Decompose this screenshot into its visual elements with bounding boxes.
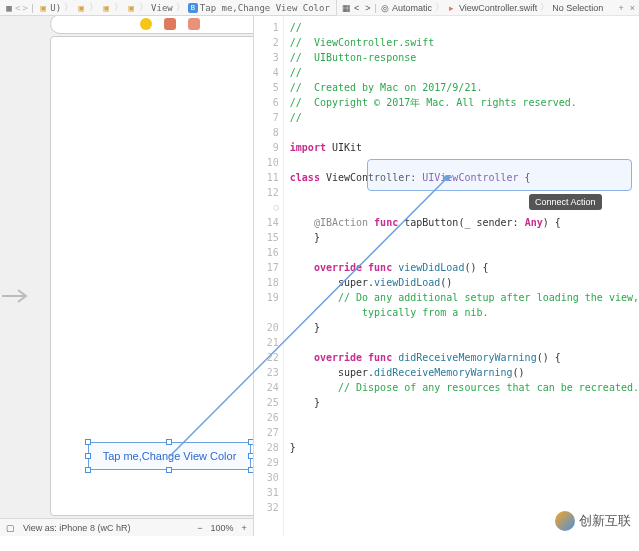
folder-icon: ▣ xyxy=(38,3,48,13)
connect-action-tooltip: Connect Action xyxy=(529,194,602,210)
chevron-right-icon[interactable]: > xyxy=(21,3,28,13)
resize-handle[interactable] xyxy=(166,467,172,473)
bc-selection[interactable]: No Selection xyxy=(550,3,605,13)
resize-handle[interactable] xyxy=(248,467,253,473)
right-breadcrumb: ▦ < > | ◎Automatic 〉 ▸ViewController.swi… xyxy=(337,0,639,16)
grid-icon[interactable]: ▦ xyxy=(341,3,351,13)
view-as-label[interactable]: View as: iPhone 8 (wC hR) xyxy=(23,523,130,533)
code-editor-pane: 123456789101112○141516171819202122232425… xyxy=(254,16,639,536)
phone-top-bar xyxy=(50,16,253,34)
zoom-out-button[interactable]: − xyxy=(197,523,202,533)
interface-builder-pane: Tap me,Change View Color ▢ View as: iPho… xyxy=(0,16,254,536)
bc-view[interactable]: View xyxy=(149,3,175,13)
watermark-text: 创新互联 xyxy=(579,512,631,530)
swift-icon: ▸ xyxy=(447,3,457,13)
bc-folder-2[interactable]: ▣ xyxy=(74,3,88,13)
code-content[interactable]: //// ViewController.swift// UIButton-res… xyxy=(284,16,639,536)
red-square-icon xyxy=(164,18,176,30)
grid-icon[interactable]: ▦ xyxy=(4,3,14,13)
resize-handle[interactable] xyxy=(166,439,172,445)
close-button[interactable]: × xyxy=(630,3,635,13)
bc-button-item[interactable]: BTap me,Change View Color xyxy=(186,3,332,13)
bc-folder-4[interactable]: ▣ xyxy=(124,3,138,13)
watermark: 创新互联 xyxy=(555,511,631,531)
resize-handle[interactable] xyxy=(248,439,253,445)
resize-handle[interactable] xyxy=(248,453,253,459)
chevron-left-icon[interactable]: < xyxy=(14,3,21,13)
button-label: Tap me,Change View Color xyxy=(103,450,237,462)
bc-folder-3[interactable]: ▣ xyxy=(99,3,113,13)
left-breadcrumb: ▦ < > | ▣U) 〉 ▣ 〉 ▣ 〉 ▣ 〉 View 〉 BTap me… xyxy=(0,0,337,16)
device-icon[interactable]: ▢ xyxy=(6,523,15,533)
ib-bottom-bar: ▢ View as: iPhone 8 (wC hR) − 100% + xyxy=(0,518,253,536)
bc-file[interactable]: ▸ViewController.swift xyxy=(445,3,539,13)
entry-arrow-icon xyxy=(0,286,30,308)
folder-icon: ▣ xyxy=(101,3,111,13)
ib-canvas[interactable]: Tap me,Change View Color xyxy=(0,16,253,518)
code-editor[interactable]: 123456789101112○141516171819202122232425… xyxy=(254,16,639,536)
nav-back[interactable]: < xyxy=(351,3,362,13)
orange-square-icon xyxy=(188,18,200,30)
watermark-icon xyxy=(555,511,575,531)
bc-automatic[interactable]: ◎Automatic xyxy=(378,3,434,13)
add-button[interactable]: + xyxy=(618,3,623,13)
bc-folder-1[interactable]: ▣U) xyxy=(36,3,63,13)
zoom-level[interactable]: 100% xyxy=(211,523,234,533)
nav-forward[interactable]: > xyxy=(362,3,373,13)
line-gutter: 123456789101112○141516171819202122232425… xyxy=(254,16,284,536)
folder-icon: ▣ xyxy=(76,3,86,13)
resize-handle[interactable] xyxy=(85,453,91,459)
folder-icon: ▣ xyxy=(126,3,136,13)
button-icon: B xyxy=(188,3,198,13)
resize-handle[interactable] xyxy=(85,467,91,473)
rings-icon: ◎ xyxy=(380,3,390,13)
yellow-dot-icon xyxy=(140,18,152,30)
zoom-in-button[interactable]: + xyxy=(242,523,247,533)
resize-handle[interactable] xyxy=(85,439,91,445)
selected-uibutton[interactable]: Tap me,Change View Color xyxy=(88,442,251,470)
